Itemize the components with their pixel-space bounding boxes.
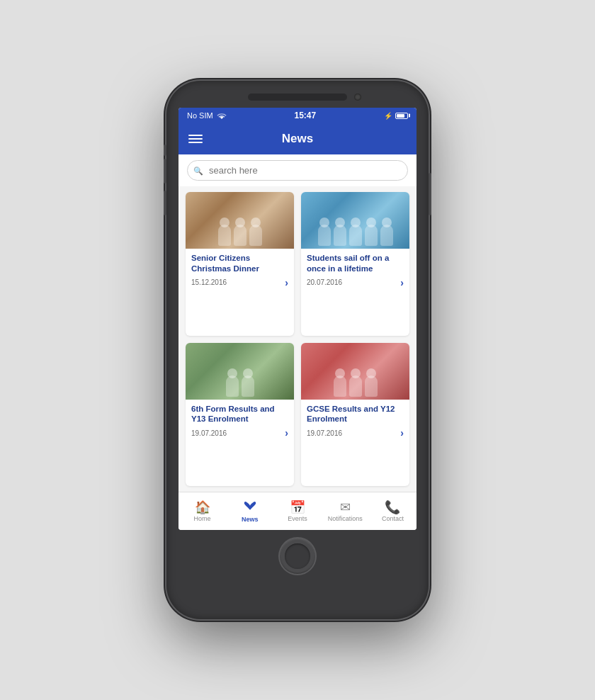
home-icon: 🏠 <box>195 501 210 514</box>
nav-item-contact[interactable]: 📞 Contact <box>369 492 416 530</box>
news-title-1: Senior Citizens Christmas Dinner <box>191 253 288 274</box>
phone-shell: No SIM 15:47 ⚡ <box>166 81 429 619</box>
notifications-icon: ✉ <box>340 501 351 514</box>
news-card-body-1: Senior Citizens Christmas Dinner 15.12.2… <box>186 249 294 293</box>
search-bar <box>178 154 416 186</box>
news-date-1: 15.12.2016 <box>191 278 227 286</box>
news-card-body-2: Students sail off on a once in a lifetim… <box>301 249 409 293</box>
news-title-4: GCSE Results and Y12 Enrolment <box>307 404 404 425</box>
wifi-icon <box>217 112 227 119</box>
nav-item-events[interactable]: 📅 Events <box>273 492 321 530</box>
menu-button[interactable] <box>188 135 203 143</box>
news-date-2: 20.07.2016 <box>307 278 342 286</box>
time-display: 15:47 <box>294 111 316 120</box>
nav-label-news: News <box>242 516 259 523</box>
nav-item-home[interactable]: 🏠 Home <box>178 492 226 530</box>
phone-screen: No SIM 15:47 ⚡ <box>178 108 416 530</box>
scene: No SIM 15:47 ⚡ <box>0 0 595 700</box>
events-icon: 📅 <box>290 501 305 514</box>
news-arrow-3[interactable]: › <box>285 427 288 439</box>
home-button-inner <box>285 543 310 569</box>
news-card-4[interactable]: GCSE Results and Y12 Enrolment 19.07.201… <box>301 343 409 487</box>
bluetooth-icon: ⚡ <box>384 112 392 120</box>
news-card-body-4: GCSE Results and Y12 Enrolment 19.07.201… <box>301 400 409 444</box>
nav-item-news[interactable]: News <box>226 492 273 530</box>
volume-up-button[interactable] <box>164 159 166 184</box>
carrier-label: No SIM <box>187 111 213 120</box>
news-footer-4: 19.07.2016 › <box>307 427 404 439</box>
news-title-3: 6th Form Results and Y13 Enrolment <box>191 404 288 425</box>
power-button[interactable] <box>429 173 431 215</box>
nav-item-notifications[interactable]: ✉ Notifications <box>322 492 369 530</box>
news-arrow-4[interactable]: › <box>400 427 404 439</box>
nav-label-events: Events <box>288 515 307 522</box>
news-card-body-3: 6th Form Results and Y13 Enrolment 19.07… <box>186 400 294 444</box>
news-arrow-2[interactable]: › <box>400 277 404 288</box>
news-image-1 <box>186 192 294 249</box>
news-card-2[interactable]: Students sail off on a once in a lifetim… <box>301 192 409 336</box>
page-title: News <box>282 132 313 146</box>
news-title-2: Students sail off on a once in a lifetim… <box>307 253 404 274</box>
volume-down-button[interactable] <box>164 191 166 215</box>
home-button[interactable] <box>280 538 315 574</box>
nav-label-notifications: Notifications <box>328 515 363 522</box>
status-left: No SIM <box>187 111 227 120</box>
front-camera <box>354 94 361 101</box>
speaker <box>248 94 347 101</box>
app-header: News <box>178 123 416 154</box>
bottom-nav: 🏠 Home News 📅 Events ✉ <box>178 492 416 530</box>
search-wrapper <box>187 160 408 181</box>
news-card-1[interactable]: Senior Citizens Christmas Dinner 15.12.2… <box>186 192 294 336</box>
status-right: ⚡ <box>384 112 408 120</box>
news-footer-1: 15.12.2016 › <box>191 277 288 288</box>
nav-label-home: Home <box>194 515 211 522</box>
news-date-4: 19.07.2016 <box>307 429 342 437</box>
news-card-3[interactable]: 6th Form Results and Y13 Enrolment 19.07… <box>186 343 294 487</box>
news-icon <box>244 499 256 514</box>
search-input[interactable] <box>187 160 408 181</box>
nav-label-contact: Contact <box>382 515 404 522</box>
news-arrow-1[interactable]: › <box>285 277 288 288</box>
contact-icon: 📞 <box>385 501 400 514</box>
status-bar: No SIM 15:47 ⚡ <box>178 108 416 123</box>
news-footer-3: 19.07.2016 › <box>191 427 288 439</box>
mute-switch[interactable] <box>164 145 166 156</box>
news-image-4 <box>301 343 409 400</box>
news-date-3: 19.07.2016 <box>191 429 227 437</box>
news-image-3 <box>186 343 294 400</box>
battery-icon <box>395 113 408 119</box>
news-image-2 <box>301 192 409 249</box>
news-footer-2: 20.07.2016 › <box>307 277 404 288</box>
news-grid: Senior Citizens Christmas Dinner 15.12.2… <box>178 186 416 492</box>
